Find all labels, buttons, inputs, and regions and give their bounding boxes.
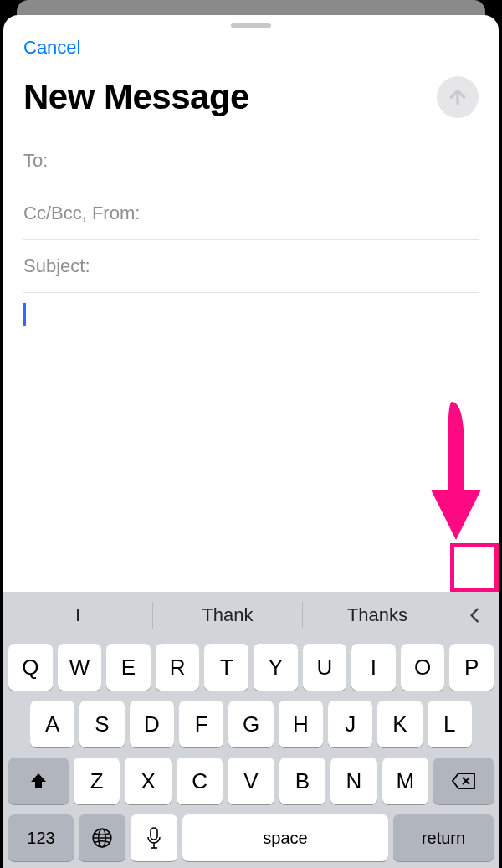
key-k[interactable]: K — [377, 701, 422, 747]
backspace-key[interactable] — [433, 758, 494, 804]
key-l[interactable]: L — [428, 701, 472, 747]
suggestion-bar: I Thank Thanks — [3, 592, 499, 639]
key-y[interactable]: Y — [254, 644, 298, 691]
key-x[interactable]: X — [125, 758, 171, 804]
dictation-key[interactable] — [131, 814, 177, 861]
key-row-1: Q W E R T Y U I O P — [3, 639, 499, 696]
fields: To: Cc/Bcc, From: Subject: — [3, 135, 499, 293]
shift-icon — [28, 771, 49, 791]
key-s[interactable]: S — [79, 701, 124, 747]
key-row-3: Z X C V B N M — [3, 752, 499, 809]
cancel-button[interactable]: Cancel — [23, 37, 80, 59]
shift-key[interactable] — [8, 758, 69, 804]
top-bar: Cancel — [3, 33, 499, 63]
globe-icon — [91, 827, 113, 849]
compose-sheet: Cancel New Message To: Cc/Bcc, From: Sub… — [3, 15, 499, 868]
key-r[interactable]: R — [156, 644, 200, 691]
suggestion-3[interactable]: Thanks — [303, 592, 452, 639]
ccbcc-label: Cc/Bcc, From: — [23, 203, 140, 224]
subject-input[interactable] — [97, 255, 479, 277]
to-label: To: — [23, 150, 48, 172]
subject-field-row[interactable]: Subject: — [23, 240, 479, 293]
microphone-icon — [146, 826, 162, 850]
title-row: New Message — [3, 63, 499, 135]
page-title: New Message — [23, 77, 249, 117]
key-h[interactable]: H — [279, 701, 323, 747]
to-input[interactable] — [54, 150, 479, 172]
key-row-2: A S D F G H J K L — [3, 696, 499, 752]
ccbcc-field-row[interactable]: Cc/Bcc, From: — [23, 187, 479, 240]
key-g[interactable]: G — [228, 701, 273, 747]
globe-key[interactable] — [79, 814, 126, 861]
key-v[interactable]: V — [228, 758, 274, 804]
key-d[interactable]: D — [130, 701, 174, 747]
key-p[interactable]: P — [449, 644, 494, 691]
text-cursor — [23, 303, 26, 326]
svg-rect-6 — [151, 828, 157, 840]
key-n[interactable]: N — [330, 758, 376, 804]
arrow-up-icon — [447, 86, 469, 108]
suggestion-2[interactable]: Thank — [153, 592, 302, 639]
key-o[interactable]: O — [401, 644, 445, 691]
key-f[interactable]: F — [179, 701, 223, 747]
key-w[interactable]: W — [58, 644, 102, 691]
key-i[interactable]: I — [351, 644, 396, 691]
to-field-row[interactable]: To: — [23, 135, 479, 187]
suggestion-1[interactable]: I — [3, 592, 152, 639]
keyboard: I Thank Thanks Q W E R T Y U I O P A — [3, 592, 499, 868]
ccbcc-input[interactable] — [146, 203, 479, 224]
key-m[interactable]: M — [382, 758, 428, 804]
body-textarea[interactable] — [3, 293, 499, 592]
key-u[interactable]: U — [303, 644, 347, 691]
subject-label: Subject: — [23, 255, 90, 277]
key-row-4: 123 space return — [3, 809, 499, 861]
return-key[interactable]: return — [393, 814, 494, 861]
key-a[interactable]: A — [30, 701, 74, 747]
sheet-grabber[interactable] — [231, 23, 271, 28]
backspace-icon — [451, 772, 476, 790]
chevron-left-icon — [466, 603, 484, 627]
key-c[interactable]: C — [177, 758, 223, 804]
key-q[interactable]: Q — [8, 644, 53, 691]
space-key[interactable]: space — [182, 814, 388, 861]
key-t[interactable]: T — [204, 644, 248, 691]
send-button[interactable] — [437, 76, 479, 118]
key-z[interactable]: Z — [74, 758, 120, 804]
key-e[interactable]: E — [106, 644, 151, 691]
key-j[interactable]: J — [328, 701, 372, 747]
numbers-key[interactable]: 123 — [8, 814, 74, 861]
keyboard-toolbar-toggle[interactable] — [452, 592, 499, 639]
key-b[interactable]: B — [279, 758, 325, 804]
